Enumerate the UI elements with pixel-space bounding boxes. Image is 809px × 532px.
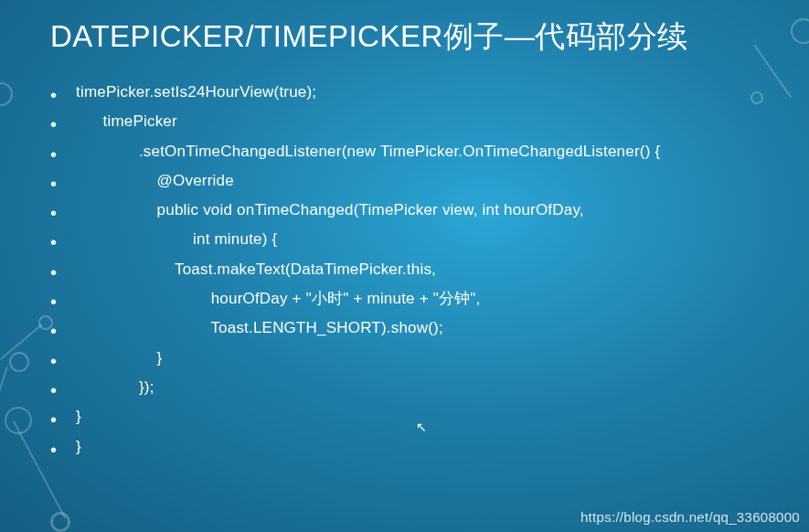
code-line: } bbox=[50, 432, 759, 462]
code-list: timePicker.setIs24HourView(true); timePi… bbox=[50, 78, 759, 462]
decor-ring bbox=[9, 352, 29, 372]
code-line: timePicker.setIs24HourView(true); bbox=[50, 78, 759, 107]
code-line: } bbox=[50, 402, 759, 431]
code-line: }); bbox=[50, 373, 759, 402]
code-line: public void onTimeChanged(TimePicker vie… bbox=[50, 196, 759, 225]
watermark-url: https://blog.csdn.net/qq_33608000 bbox=[580, 509, 800, 525]
decor-ring bbox=[50, 512, 70, 532]
code-line: } bbox=[50, 344, 759, 373]
slide-title: DATEPICKER/TIMEPICKER例子—代码部分续 bbox=[50, 16, 759, 58]
decor-ring bbox=[791, 18, 809, 44]
code-line: .setOnTimeChangedListener(new TimePicker… bbox=[50, 137, 759, 166]
code-line: int minute) { bbox=[50, 225, 759, 254]
slide-content: DATEPICKER/TIMEPICKER例子—代码部分续 timePicker… bbox=[0, 0, 809, 480]
code-line: @Override bbox=[50, 166, 759, 196]
mouse-cursor-icon: ↖ bbox=[416, 420, 427, 434]
code-line: hourOfDay + "小时" + minute + "分钟", bbox=[50, 284, 759, 314]
code-line: Toast.makeText(DataTimePicker.this, bbox=[50, 255, 759, 284]
code-line: timePicker bbox=[50, 107, 759, 136]
code-line: Toast.LENGTH_SHORT).show(); bbox=[50, 314, 759, 343]
